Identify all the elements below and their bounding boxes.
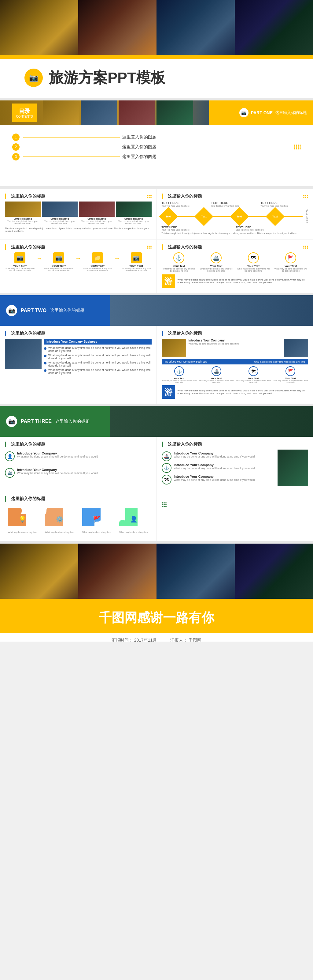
title-1-4: 这里输入你的标题 xyxy=(165,244,202,250)
section-3-2-content: 🚢 Introduce Your Company What may be don… xyxy=(162,450,308,486)
accent-3-3 xyxy=(5,496,6,502)
icon-circle-2: 🚢 xyxy=(210,252,221,263)
part-two-icon: 📷 xyxy=(6,305,17,316)
text-3-2-3: Introduce Your Company What may be done … xyxy=(174,475,275,481)
final-yellow-bar xyxy=(0,599,313,602)
intro-text-col: Introduce Your Company Business What may… xyxy=(44,339,152,376)
bottom-desc-1-2: This is a sample text. Insert (paste) co… xyxy=(162,232,308,234)
part-one-indicator: 📷 PART ONE 这里输入你的标题 xyxy=(209,100,313,125)
icon-2-2-label-4: Your Text xyxy=(273,377,308,380)
flow-row: 📷 YOUR TeXT What May be done at any time… xyxy=(5,252,152,272)
icon-2-2-label-2: Your Text xyxy=(199,377,234,380)
final-report-time-label: 汇报时间： xyxy=(112,638,133,641)
section-3-1: 这里输入你的标题 👤 Introduce Your Company What m… xyxy=(0,437,157,491)
bullet-dot-2 xyxy=(44,355,46,357)
puzzle-4: 👤 What may be done at any time xyxy=(116,505,151,533)
intro-company-desc: What may be done at any time will be don… xyxy=(188,343,281,345)
toc-line-3 xyxy=(23,156,120,157)
you-char-row-2: 游 What may be done at any time will be d… xyxy=(162,385,308,399)
arrow-2: → xyxy=(75,255,81,262)
photo-desc-1: This is a sample text. Insert your desir… xyxy=(5,220,41,224)
intro-sub-label: Introduce Your Company Business What may… xyxy=(162,359,308,364)
icon-row-2-2: ⚓ Your Text What may be done at any time… xyxy=(162,366,308,383)
cover-camera-icon: 📷 xyxy=(24,68,43,87)
section-2-1-content: Introduce Your Company Business What may… xyxy=(5,339,152,376)
you-char-box: 游 xyxy=(162,274,175,288)
your-text-label-2: YOUR TEXT xyxy=(44,265,74,267)
section-2-2: 这里输入你的标题 Introduce Your Company What may… xyxy=(157,326,313,404)
cover-photo-3 xyxy=(156,0,235,55)
desc-3-2-2: What may be done at any time will be don… xyxy=(174,467,275,470)
photo-desc-3: This is a sample text. Insert your desir… xyxy=(79,220,115,224)
diamond-2: Text xyxy=(194,207,213,226)
intro-text-3-1-2: Introduce Your Company What may be done … xyxy=(17,468,152,475)
icon-desc-3: What may be done at any time will be don… xyxy=(236,268,271,272)
intro-photo-3 xyxy=(284,339,308,357)
puzzle-icon-4: 👤 xyxy=(130,515,138,523)
photo-label-1: Simple Heading xyxy=(5,218,41,220)
title-1-3: 这里输入你的标题 xyxy=(9,244,45,250)
toc-label: 目录 CONTENTS xyxy=(12,103,37,122)
icon-label-1: Your Text xyxy=(162,265,196,268)
section-1-3: 这里输入你的标题 📷 YOUR TeXT What May be done at… xyxy=(0,240,157,293)
toc-body: 1 这里置入你的图题 2 这里置入你的图题 3 这里置入你的图题 xyxy=(0,125,313,169)
part-one-icon: 📷 xyxy=(241,110,247,115)
puzzle-desc-4: What may be done at any time xyxy=(116,531,151,533)
intro-text-3-1-1: Introduce Your Company What may be done … xyxy=(17,452,152,458)
toc-line-1 xyxy=(23,137,120,137)
photo-label-2: Simple Heading xyxy=(42,218,77,220)
dots-1-4 xyxy=(303,246,308,249)
photo-4 xyxy=(116,202,152,217)
bullet-2-1-1: What may be done at any time will be don… xyxy=(44,346,152,353)
part-one-label: PART ONE xyxy=(251,110,273,115)
icon-3-2-3: 🗺 xyxy=(162,475,171,485)
toc-right xyxy=(156,131,301,163)
toc-num-2: 2 xyxy=(12,143,20,151)
icon-item-1: ⚓ Your Text What may be done at any time… xyxy=(162,252,196,272)
accent-1-4 xyxy=(162,244,163,250)
row-2: 这里输入你的标题 📷 YOUR TeXT What May be done at… xyxy=(0,240,313,293)
icon-2-2-2: 🚢 Your Text What may be done at any time… xyxy=(199,366,234,383)
final-photo-1 xyxy=(0,544,78,599)
bullet-text-3: What may be done at any time will be don… xyxy=(48,361,152,367)
icon-2-2-circle-3: 🗺 xyxy=(248,366,258,376)
diamond-line-1 xyxy=(176,216,196,217)
intro-title-3-1-2: Introduce Your Company xyxy=(17,468,152,472)
section-2-1: 这里输入你的标题 Introduce Your Company Business… xyxy=(0,326,157,404)
you-char-row: 游 What may be done at any time will be d… xyxy=(162,274,308,288)
title-1-1: 这里输入你的标题 xyxy=(9,194,45,199)
part-two-header-left: 📷 PART TWO 这里输入你的标题 xyxy=(0,295,110,326)
diamond-text-2: Text xyxy=(201,215,207,218)
photo-label-4: Simple Heading xyxy=(116,218,152,220)
icon-label-3: Your Text xyxy=(236,265,271,268)
part-two-header: 📷 PART TWO 这里输入你的标题 xyxy=(0,295,313,326)
toc-photo-4 xyxy=(156,100,193,125)
toc-line-2 xyxy=(23,147,120,147)
icon-2-2-circle-2: 🚢 xyxy=(212,366,221,376)
intro-icon-3-1-2: 🚢 xyxy=(5,468,15,478)
puzzle-row: 💡 What may be done at any time ⚙️ What m… xyxy=(5,505,152,533)
text-here-bottom-2: TEXT HERE Your Text here Your Text here xyxy=(236,226,308,231)
diamond-text-4: Text xyxy=(272,215,278,218)
text-here-sub-2: Your Text here Your Text here xyxy=(211,205,259,207)
text-here-blocks: TEXT HERE Your Text here Your Text here … xyxy=(162,202,308,207)
photo-desc-4: This is a sample text. Insert your desir… xyxy=(116,220,152,224)
puzzle-icon-2: ⚙️ xyxy=(56,515,63,523)
final-photo-2 xyxy=(78,544,156,599)
intro-label-2-1: Introduce Your Company Business xyxy=(44,339,152,345)
your-text-desc-3: What May be done at any time will be don… xyxy=(82,267,113,272)
text-here-label-2: TEXT HERE xyxy=(211,202,259,205)
intro-image-1 xyxy=(5,339,41,369)
camera-icon: 📷 xyxy=(29,73,38,82)
you-char: 游 xyxy=(164,276,172,286)
cover-photo-strip xyxy=(0,0,313,55)
text-here-label-3: TEXT HERE xyxy=(261,202,308,205)
flow-icon-2: 📷 xyxy=(53,252,64,263)
diamond-1: Text xyxy=(159,207,178,226)
flow-item-4: 📷 YOUR TEXT What May be done at any time… xyxy=(121,252,152,272)
part-two-camera: 📷 xyxy=(8,307,15,314)
cover-photo-1 xyxy=(0,0,78,55)
final-title: 千图网感谢一路有你 xyxy=(99,609,214,626)
arrow-1: → xyxy=(36,255,43,262)
part-three-image xyxy=(110,406,313,437)
